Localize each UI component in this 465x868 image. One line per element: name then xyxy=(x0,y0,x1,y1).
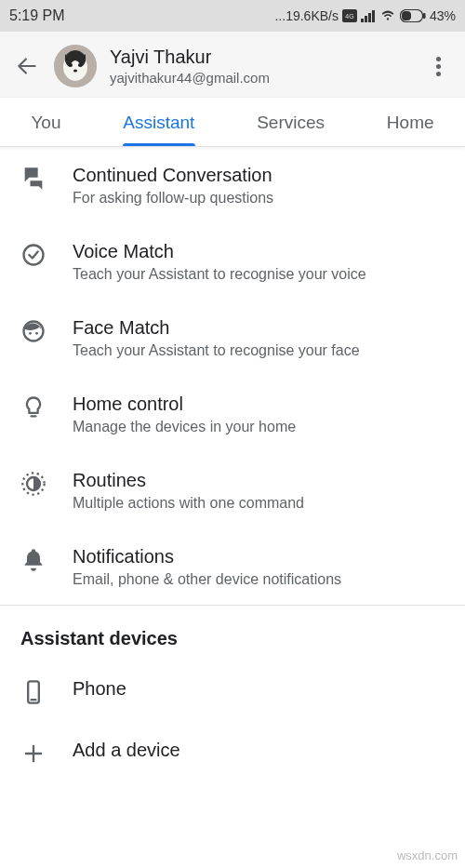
signal-icon xyxy=(361,9,376,22)
tab-label: Services xyxy=(257,113,325,132)
svg-rect-2 xyxy=(361,19,364,22)
chat-icon xyxy=(20,166,46,192)
setting-title: Notifications xyxy=(73,545,445,568)
setting-subtitle: For asking follow-up questions xyxy=(73,190,445,207)
tab-assistant[interactable]: Assistant xyxy=(113,98,204,146)
status-speed: ...19.6KB/s xyxy=(274,8,338,23)
setting-notifications[interactable]: Notifications Email, phone & other devic… xyxy=(0,528,465,605)
setting-title: Continued Conversation xyxy=(73,164,445,186)
svg-rect-3 xyxy=(365,16,367,22)
tab-label: Assistant xyxy=(123,113,194,132)
tab-bar: You Assistant Services Home xyxy=(0,98,465,147)
wifi-icon xyxy=(379,9,396,22)
svg-point-16 xyxy=(24,246,44,265)
svg-point-19 xyxy=(35,332,38,335)
tab-home[interactable]: Home xyxy=(378,98,444,146)
routines-icon xyxy=(20,471,46,497)
bulb-icon xyxy=(20,394,46,421)
svg-point-14 xyxy=(78,63,82,67)
setting-face-match[interactable]: Face Match Teach your Assistant to recog… xyxy=(0,300,465,376)
battery-icon xyxy=(400,9,426,22)
tab-label: You xyxy=(31,113,60,132)
svg-point-18 xyxy=(29,332,32,335)
watermark: wsxdn.com xyxy=(397,848,458,862)
svg-rect-5 xyxy=(372,10,375,22)
setting-subtitle: Multiple actions with one command xyxy=(73,495,445,512)
setting-voice-match[interactable]: Voice Match Teach your Assistant to reco… xyxy=(0,223,465,300)
setting-subtitle: Email, phone & other device notification… xyxy=(73,571,445,588)
setting-subtitle: Teach your Assistant to recognise your f… xyxy=(73,342,445,359)
settings-list: Continued Conversation For asking follow… xyxy=(0,147,465,783)
status-time: 5:19 PM xyxy=(9,7,65,24)
tab-you[interactable]: You xyxy=(21,98,70,146)
user-email: yajvithakur44@gmail.com xyxy=(110,70,424,86)
setting-subtitle: Teach your Assistant to recognise your v… xyxy=(73,266,445,283)
back-button[interactable] xyxy=(13,52,41,80)
section-header-devices: Assistant devices xyxy=(0,606,465,661)
svg-point-15 xyxy=(73,70,77,73)
volte-icon: 4G xyxy=(342,9,357,22)
device-title: Add a device xyxy=(73,739,445,761)
device-add[interactable]: Add a device xyxy=(0,722,465,783)
status-bar: 5:19 PM ...19.6KB/s 4G 43% xyxy=(0,0,465,32)
device-title: Phone xyxy=(73,677,445,700)
avatar-image xyxy=(54,45,97,87)
setting-title: Home control xyxy=(73,393,445,415)
svg-point-12 xyxy=(70,60,81,77)
svg-rect-8 xyxy=(423,13,426,19)
tab-label: Home xyxy=(387,113,434,132)
svg-rect-4 xyxy=(368,13,371,22)
setting-routines[interactable]: Routines Multiple actions with one comma… xyxy=(0,452,465,528)
svg-text:4G: 4G xyxy=(345,13,353,20)
svg-point-13 xyxy=(69,63,73,67)
phone-icon xyxy=(20,679,46,705)
device-phone[interactable]: Phone xyxy=(0,661,465,722)
setting-continued-conversation[interactable]: Continued Conversation For asking follow… xyxy=(0,147,465,223)
more-vert-icon xyxy=(436,57,441,61)
bell-icon xyxy=(20,547,46,573)
app-bar: Yajvi Thakur yajvithakur44@gmail.com xyxy=(0,32,465,98)
svg-rect-7 xyxy=(402,11,411,20)
avatar[interactable] xyxy=(54,45,97,87)
check-circle-icon xyxy=(20,242,46,268)
more-button[interactable] xyxy=(424,57,452,76)
setting-home-control[interactable]: Home control Manage the devices in your … xyxy=(0,376,465,452)
setting-title: Voice Match xyxy=(73,240,445,262)
status-right: ...19.6KB/s 4G 43% xyxy=(274,8,456,23)
tab-services[interactable]: Services xyxy=(247,98,334,146)
plus-icon xyxy=(20,741,46,767)
arrow-back-icon xyxy=(15,54,39,78)
setting-title: Face Match xyxy=(73,316,445,339)
setting-subtitle: Manage the devices in your home xyxy=(73,419,445,435)
setting-title: Routines xyxy=(73,469,445,491)
user-block[interactable]: Yajvi Thakur yajvithakur44@gmail.com xyxy=(110,47,424,86)
status-battery: 43% xyxy=(430,8,456,23)
user-name: Yajvi Thakur xyxy=(110,47,424,68)
face-icon xyxy=(20,318,46,344)
